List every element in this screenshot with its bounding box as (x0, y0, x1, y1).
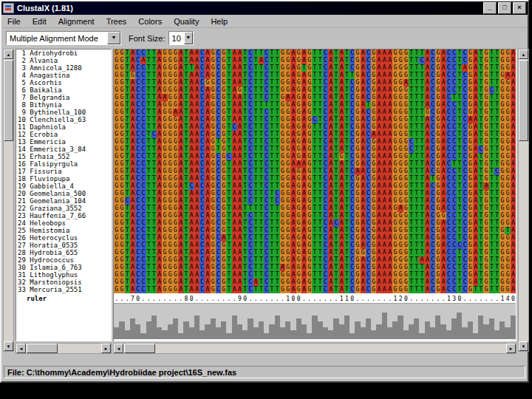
sequence-row[interactable]: GGTACCTTAGGGATAACAGCGTAATCTTCTTAGAGAGTTC… (114, 264, 516, 271)
sequence-row[interactable]: GGTACCTCAGGGATAACAGCGTAATCTTCTTGGAGAGTTC… (114, 131, 516, 138)
sequence-name[interactable]: 26 Heterocyclus (16, 234, 111, 242)
sequence-name[interactable]: 7 Belgrandia (16, 94, 111, 101)
sequence-name[interactable]: 9 Bythinella_100 (16, 109, 111, 116)
menu-item-edit[interactable]: Edit (27, 16, 52, 27)
sequence-row[interactable]: GGTACCTTAGGGATAACAGCGTAATCTTCTTGGAGAGTTC… (114, 168, 516, 175)
sequence-name[interactable]: 23 Hauffenia_7_66 (16, 212, 111, 219)
sequence-name[interactable]: 3 Amnicola_1280 (16, 64, 111, 72)
sequence-name[interactable]: 17 Fissuria (16, 168, 111, 175)
sequence-row[interactable]: GGTACCTTAGGGATAACAGCGTAATCTTCTTGGAGAGTTC… (114, 212, 516, 219)
sequence-row[interactable]: GGTACCTTAGGGATAACAGTGTAATCTTCTTGGAGAGTTC… (114, 146, 516, 153)
sequence-row[interactable]: GGTACCTTAGGGATAACAGCGTAATCTTCTTGGAGAGTTC… (114, 271, 516, 279)
quality-bar (205, 324, 210, 339)
sequence-name[interactable]: 15 Erhaia_552 (16, 153, 111, 160)
sequence-row[interactable]: GGTACCTTAAGGATAACAGCGTAATCTTCTTGAAGAGTTC… (114, 94, 516, 101)
sequence-name[interactable]: 24 Heleobops (16, 219, 111, 227)
sequence-row[interactable]: GGTACCTTAGGGATAACAGCGTAATCTTCTTGGAGAGTTC… (114, 256, 516, 264)
quality-bar (419, 333, 424, 339)
sequence-name[interactable]: 8 Bithynia (16, 101, 111, 109)
sequence-name[interactable]: 11 Daphniola (16, 123, 111, 131)
scroll-left-icon[interactable]: ◄ (114, 344, 123, 353)
scroll-right-icon[interactable]: ► (101, 344, 111, 353)
menu-item-help[interactable]: Help (205, 16, 233, 27)
sequence-name[interactable]: 13 Emmericia (16, 138, 111, 146)
sequence-row[interactable]: GGTACCTTAGGGATTACAGCGTAATCTTCTTGGAGTGTTC… (114, 64, 516, 72)
scroll-down-icon[interactable]: ▼ (519, 341, 528, 351)
sequence-row[interactable]: GGTACCTTAGGGATAACAGCGTAATTTTCTTGGAGAGTTC… (114, 205, 516, 212)
sequence-row[interactable]: GGCACCTTAGGGATAACAGCGTAATCTTCTCGGAGAGTTC… (114, 197, 516, 205)
sequence-name[interactable]: 4 Anagastina (16, 72, 111, 79)
sequence-row[interactable]: GGTACCTTAGGGATAACAGCGTAATCTTTTTGGAGAGTTC… (114, 101, 516, 109)
menu-item-trees[interactable]: Trees (100, 16, 133, 27)
sequence-name[interactable]: 19 Gabbiella_4 (16, 183, 111, 190)
title-bar[interactable]: ClustalX (1.81) _ □ × (1, 1, 528, 15)
chevron-down-icon[interactable]: ▼ (107, 32, 120, 44)
scrollbar-thumb[interactable] (519, 60, 528, 141)
sequence-name[interactable]: 2 Alvania (16, 57, 111, 64)
quality-bar (371, 330, 376, 339)
sequence-row[interactable]: GGTACCTTAGGGATAACAGCGTAATCTTCTTGGAGAGTTC… (114, 219, 516, 227)
sequence-row[interactable]: GGTACATTAGGGATAACAGCGTAATCTACTTGGAGAGTTC… (114, 57, 516, 64)
sequence-row[interactable]: GGTACCTTAGGGATAACAGCGCAATCTTCTTGGAGAGTTC… (114, 153, 516, 160)
sequence-name[interactable]: 1 Adriohydrobi (16, 50, 111, 57)
sequence-name[interactable]: 12 Ecrobia (16, 131, 111, 138)
sequence-name[interactable]: 6 Baikalia (16, 86, 111, 94)
sequence-name[interactable]: 27 Horatia_0535 (16, 242, 111, 249)
scroll-up-icon[interactable]: ▲ (4, 50, 13, 59)
menu-item-alignment[interactable]: Alignment (52, 16, 100, 27)
sequence-name[interactable]: 14 Emmericia_3_84 (16, 146, 111, 153)
menu-item-quality[interactable]: Quality (168, 16, 205, 27)
close-button[interactable]: × (513, 2, 526, 14)
mode-select[interactable]: Multiple Alignment Mode ▼ (6, 31, 121, 45)
sequence-row[interactable]: GGTACCTTAGGGATAACAGCGTAATCTTCTTGGAGAGTTC… (114, 50, 516, 57)
sequence-name[interactable]: 25 Hemistomia (16, 227, 111, 234)
scroll-up-icon[interactable]: ▲ (519, 50, 528, 59)
font-size-select[interactable]: 10 ▼ (168, 31, 194, 45)
scrollbar-thumb[interactable] (124, 344, 155, 353)
sequence-name[interactable]: 18 Fluviopupa (16, 175, 111, 183)
sequence-row[interactable]: GGTACCTTAGGAATAACAGCGTAATCTTCTTGGAGAGTTC… (114, 109, 516, 116)
minimize-button[interactable]: _ (483, 2, 497, 14)
sequence-row[interactable]: GGTACCTTAGGGATAACAGCGTCATCTTCTTGGAGAGTTC… (114, 123, 516, 131)
sequence-name[interactable]: 10 Clenchiella_63 (16, 116, 111, 123)
sequence-row[interactable]: GGTACCTTAGGGATAACAGCGTAATCTTCTTGGAGAGTTC… (114, 227, 516, 234)
sequence-name[interactable]: 33 Mercuria_2551 (16, 286, 111, 293)
horizontal-scrollbar-names[interactable]: ◄ ► (16, 343, 112, 354)
scroll-right-icon[interactable]: ► (506, 344, 516, 353)
sequence-name[interactable]: 5 Ascorhis (16, 79, 111, 86)
sequence-row[interactable]: GGTACCTTAGGGATAACAGCGTAATCTTCTCGGAGAGTTC… (114, 190, 516, 197)
scroll-left-icon[interactable]: ◄ (16, 344, 26, 353)
chevron-down-icon[interactable]: ▼ (184, 32, 193, 44)
sequence-row[interactable]: GGTACCTTAGGGATAACAGCGTAATCTTCTTGGAGAGTTC… (114, 249, 516, 256)
menu-item-file[interactable]: File (1, 16, 27, 27)
sequence-name[interactable]: 32 Marstoniopsis (16, 279, 111, 286)
sequence-row[interactable]: GGTACCTTAGGGATAACAGCGTAATCATCTTGGAGAGTTC… (114, 279, 516, 286)
sequence-row[interactable]: GGTACCTTAGGGATAACAGCGTAATCTTCTTGGAGAGTTC… (114, 242, 516, 249)
maximize-button[interactable]: □ (498, 2, 511, 14)
vertical-scrollbar-right[interactable]: ▲ ▼ (518, 49, 529, 352)
menu-item-colors[interactable]: Colors (132, 16, 168, 27)
sequence-name[interactable]: 21 Geomelania_104 (16, 197, 111, 205)
sequence-row[interactable]: GGTACCTTAGGGATAACAGCGTAGTCTTCTTGGAGAGTTC… (114, 86, 516, 94)
vertical-scrollbar-left[interactable]: ▲ ▼ (3, 49, 14, 352)
sequence-name[interactable]: 30 Islamia_6_763 (16, 264, 111, 271)
scroll-down-icon[interactable]: ▼ (4, 341, 13, 351)
sequence-row[interactable]: GGTACCTTAGGGATAACAGCGTAATCTTCTTGGAGAGCTC… (114, 116, 516, 123)
sequence-row[interactable]: GGTACCTTAGGGATAACAGTGTAATCTTCTTGGAGAGTTC… (114, 138, 516, 146)
sequence-name[interactable]: 31 Lithoglyphus (16, 271, 111, 279)
sequence-row[interactable]: GGTGCCTTAGGGATAACAGCGTAATCTTCTTGGAGAGTTC… (114, 72, 516, 79)
sequence-row[interactable]: GGTACCTTAGGGATAACAGCGTAATCTTCTTGGAGAGTTC… (114, 286, 516, 293)
sequence-row[interactable]: GGTACCTTAGGGATCACAGCGTAATCTTCTTGGAGAGTTC… (114, 183, 516, 190)
scrollbar-thumb[interactable] (4, 60, 13, 141)
scrollbar-thumb[interactable] (27, 344, 58, 353)
sequence-name[interactable]: 20 Geomelania_500 (16, 190, 111, 197)
sequence-row[interactable]: GGTACCTTAGGGATAACGGCGTAATCTTCTTGGAGAGTTC… (114, 79, 516, 86)
sequence-row[interactable]: GGTACCTTAGGGATAACAGCATAATCTTCTTGGAGAGTTC… (114, 234, 516, 242)
sequence-row[interactable]: GGTACCTTAGGGATAACAGCGTAATCTTCTTGGAGAGTTC… (114, 175, 516, 183)
sequence-name[interactable]: 22 Graziana_3552 (16, 205, 111, 212)
sequence-name[interactable]: 28 Hydrobia_655 (16, 249, 111, 256)
sequence-row[interactable]: GGTACCTTAGGGATAACAGCGTAATCTTCTTGGAAAGTTC… (114, 160, 516, 168)
sequence-name[interactable]: 29 Hydrococcus (16, 256, 111, 264)
horizontal-scrollbar-alignment[interactable]: ◄ ► (113, 343, 516, 354)
sequence-name[interactable]: 16 Falsipyrgula (16, 160, 111, 168)
